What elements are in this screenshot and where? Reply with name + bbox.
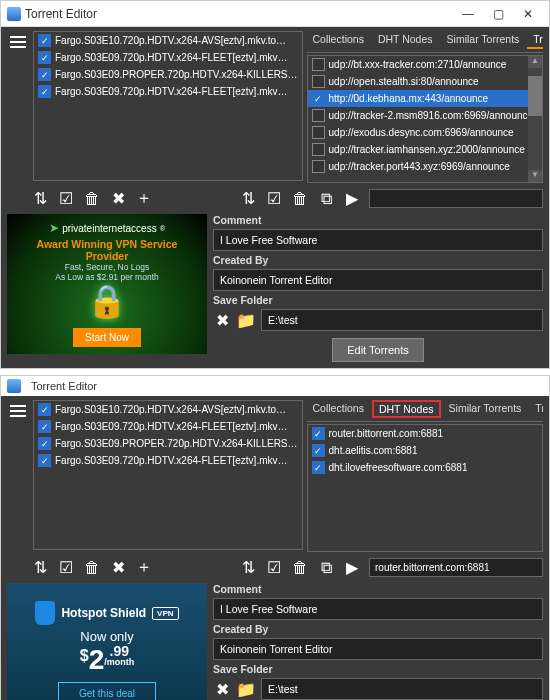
file-row[interactable]: ✓Fargo.S03E10.720p.HDTV.x264-AVS[eztv].m… bbox=[34, 401, 302, 418]
sort-icon[interactable]: ⇅ bbox=[31, 190, 49, 208]
checkbox[interactable]: ✓ bbox=[312, 444, 325, 457]
tab-dht-nodes[interactable]: DHT Nodes bbox=[372, 400, 441, 418]
lock-icon: 🔒 bbox=[87, 282, 127, 320]
tab-collections[interactable]: Collections bbox=[307, 31, 370, 49]
save-folder-label: Save Folder bbox=[213, 663, 543, 675]
add-icon[interactable]: ＋ bbox=[135, 190, 153, 208]
remove-icon[interactable]: ✖ bbox=[109, 559, 127, 577]
tab-dht-nodes[interactable]: DHT Nodes bbox=[372, 31, 439, 49]
minimize-button[interactable]: — bbox=[453, 4, 483, 24]
ad-cta-button[interactable]: Start Now bbox=[73, 328, 141, 347]
check-all-icon[interactable]: ☑ bbox=[265, 190, 283, 208]
file-row[interactable]: ✓Fargo.S03E09.PROPER.720p.HDTV.x264-KILL… bbox=[34, 66, 302, 83]
lower-area: ➤privateinternetaccess®Award Winning VPN… bbox=[1, 214, 549, 368]
item-row[interactable]: udp://exodus.desync.com:6969/announce bbox=[308, 124, 528, 141]
checkbox[interactable]: ✓ bbox=[38, 51, 51, 64]
created-by-input[interactable] bbox=[213, 638, 543, 660]
tab-trackers[interactable]: Trackers bbox=[527, 31, 543, 49]
clear-icon[interactable]: ✖ bbox=[213, 311, 231, 329]
scroll-down-icon[interactable]: ▼ bbox=[528, 170, 542, 182]
checkbox[interactable]: ✓ bbox=[38, 403, 51, 416]
item-row[interactable]: udp://bt.xxx-tracker.com:2710/announce bbox=[308, 56, 528, 73]
comment-input[interactable] bbox=[213, 229, 543, 251]
file-panel: ✓Fargo.S03E10.720p.HDTV.x264-AVS[eztv].m… bbox=[33, 31, 303, 183]
scrollbar[interactable]: ▲▼ bbox=[528, 56, 542, 182]
window-title: Torrent Editor bbox=[31, 380, 97, 392]
hamburger-icon[interactable] bbox=[7, 31, 29, 53]
delete-icon[interactable]: 🗑 bbox=[291, 190, 309, 208]
file-row[interactable]: ✓Fargo.S03E09.PROPER.720p.HDTV.x264-KILL… bbox=[34, 435, 302, 452]
scroll-track[interactable] bbox=[528, 68, 542, 170]
window: Torrent Editor—▢✕✓Fargo.S03E10.720p.HDTV… bbox=[0, 0, 550, 369]
item-row[interactable]: ✓router.bittorrent.com:6881 bbox=[308, 425, 542, 442]
checkbox[interactable] bbox=[312, 58, 325, 71]
item-row[interactable]: ✓http://0d.kebhana.mx:443/announce bbox=[308, 90, 528, 107]
folder-icon[interactable]: 📁 bbox=[237, 680, 255, 698]
copy-icon[interactable]: ⧉ bbox=[317, 559, 335, 577]
tab-similar-torrents[interactable]: Similar Torrents bbox=[443, 400, 528, 418]
item-row[interactable]: ✓dht.aelitis.com:6881 bbox=[308, 442, 542, 459]
copy-icon[interactable]: ⧉ bbox=[317, 190, 335, 208]
delete-icon[interactable]: 🗑 bbox=[83, 559, 101, 577]
hamburger-icon[interactable] bbox=[7, 400, 29, 422]
close-button[interactable]: ✕ bbox=[513, 4, 543, 24]
checkbox[interactable] bbox=[312, 126, 325, 139]
checkbox[interactable] bbox=[312, 160, 325, 173]
clear-icon[interactable]: ✖ bbox=[213, 680, 231, 698]
tab-trackers[interactable]: Trackers bbox=[529, 400, 543, 418]
scroll-thumb[interactable] bbox=[528, 76, 542, 116]
delete-icon[interactable]: 🗑 bbox=[83, 190, 101, 208]
checkbox[interactable]: ✓ bbox=[38, 34, 51, 47]
checkbox[interactable]: ✓ bbox=[38, 454, 51, 467]
sort-icon[interactable]: ⇅ bbox=[239, 559, 257, 577]
toolbar-input[interactable] bbox=[369, 558, 543, 577]
remove-icon[interactable]: ✖ bbox=[109, 190, 127, 208]
delete-icon[interactable]: 🗑 bbox=[291, 559, 309, 577]
checkbox[interactable]: ✓ bbox=[38, 85, 51, 98]
item-row[interactable]: ✓dht.ilovefreesoftware.com:6881 bbox=[308, 459, 542, 476]
file-row[interactable]: ✓Fargo.S03E09.720p.HDTV.x264-FLEET[eztv]… bbox=[34, 418, 302, 435]
ad-panel[interactable]: ➤privateinternetaccess®Award Winning VPN… bbox=[7, 214, 207, 354]
checkbox[interactable] bbox=[312, 75, 325, 88]
tab-collections[interactable]: Collections bbox=[307, 400, 370, 418]
play-icon[interactable]: ▶ bbox=[343, 190, 361, 208]
item-row[interactable]: udp://tracker.iamhansen.xyz:2000/announc… bbox=[308, 141, 528, 158]
ad-panel[interactable]: Hotspot ShieldVPNNow only$2.99/monthGet … bbox=[7, 583, 207, 700]
check-all-icon[interactable]: ☑ bbox=[57, 190, 75, 208]
folder-icon[interactable]: 📁 bbox=[237, 311, 255, 329]
add-icon[interactable]: ＋ bbox=[135, 559, 153, 577]
check-all-icon[interactable]: ☑ bbox=[57, 559, 75, 577]
file-row[interactable]: ✓Fargo.S03E09.720p.HDTV.x264-FLEET[eztv]… bbox=[34, 49, 302, 66]
checkbox[interactable]: ✓ bbox=[312, 92, 325, 105]
item-row[interactable]: udp://tracker.port443.xyz:6969/announce bbox=[308, 158, 528, 175]
file-row[interactable]: ✓Fargo.S03E10.720p.HDTV.x264-AVS[eztv].m… bbox=[34, 32, 302, 49]
toolbar-input[interactable] bbox=[369, 189, 543, 208]
item-row[interactable]: udp://tracker-2.msm8916.com:6969/announc… bbox=[308, 107, 528, 124]
created-by-input[interactable] bbox=[213, 269, 543, 291]
checkbox[interactable] bbox=[312, 143, 325, 156]
checkbox[interactable]: ✓ bbox=[312, 461, 325, 474]
shield-icon bbox=[35, 601, 55, 625]
play-icon[interactable]: ▶ bbox=[343, 559, 361, 577]
save-folder-input[interactable] bbox=[261, 678, 543, 700]
scroll-up-icon[interactable]: ▲ bbox=[528, 56, 542, 68]
brand-icon: ➤ bbox=[49, 221, 59, 235]
sort-icon[interactable]: ⇅ bbox=[31, 559, 49, 577]
checkbox[interactable]: ✓ bbox=[38, 420, 51, 433]
file-row[interactable]: ✓Fargo.S03E09.720p.HDTV.x264-FLEET[eztv]… bbox=[34, 452, 302, 469]
checkbox[interactable]: ✓ bbox=[38, 437, 51, 450]
comment-input[interactable] bbox=[213, 598, 543, 620]
checkbox[interactable] bbox=[312, 109, 325, 122]
tabs: CollectionsDHT NodesSimilar TorrentsTrac… bbox=[307, 31, 543, 53]
ad-cta-button[interactable]: Get this deal bbox=[58, 682, 156, 700]
checkbox[interactable]: ✓ bbox=[38, 68, 51, 81]
item-row[interactable]: udp://open.stealth.si:80/announce bbox=[308, 73, 528, 90]
sort-icon[interactable]: ⇅ bbox=[239, 190, 257, 208]
save-folder-input[interactable] bbox=[261, 309, 543, 331]
edit-torrents-button[interactable]: Edit Torrents bbox=[332, 338, 424, 362]
check-all-icon[interactable]: ☑ bbox=[265, 559, 283, 577]
maximize-button[interactable]: ▢ bbox=[483, 4, 513, 24]
checkbox[interactable]: ✓ bbox=[312, 427, 325, 440]
file-row[interactable]: ✓Fargo.S03E09.720p.HDTV.x264-FLEET[eztv]… bbox=[34, 83, 302, 100]
tab-similar-torrents[interactable]: Similar Torrents bbox=[441, 31, 526, 49]
